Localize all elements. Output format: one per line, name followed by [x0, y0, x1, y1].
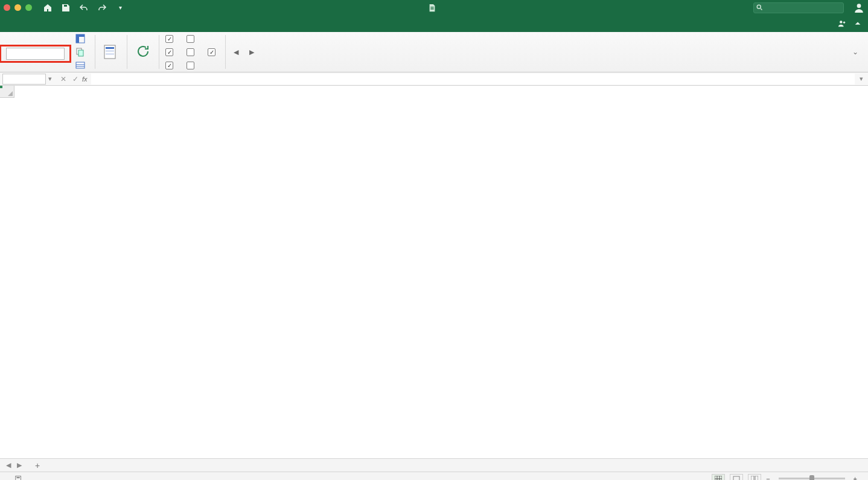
fx-label-icon[interactable]: fx [82, 75, 88, 83]
user-account-icon[interactable] [854, 2, 864, 13]
ribbon-tabs [0, 15, 868, 32]
zoom-out-button[interactable]: − [766, 475, 770, 481]
convert-range-icon [75, 60, 85, 70]
formula-bar-expand-icon[interactable]: ▾ [855, 75, 868, 83]
banded-columns-checkbox[interactable] [187, 62, 194, 69]
collapse-ribbon-icon[interactable] [854, 19, 862, 28]
excel-file-icon [428, 4, 436, 12]
share-user-icon [838, 19, 846, 28]
close-window-button[interactable] [4, 4, 10, 11]
page-break-view-button[interactable] [748, 474, 761, 481]
first-column-checkbox[interactable] [187, 35, 194, 43]
svg-rect-14 [106, 53, 114, 55]
convert-to-range-button[interactable] [75, 60, 89, 71]
pivottable-icon [75, 34, 85, 43]
search-sheet-input[interactable] [753, 2, 844, 13]
summarize-pivottable-button[interactable] [75, 33, 89, 44]
titlebar: ▾ [0, 0, 868, 15]
svg-rect-17 [715, 476, 722, 481]
refresh-button[interactable] [129, 40, 158, 63]
table-name-input[interactable] [6, 48, 65, 60]
header-row-checkbox[interactable] [165, 35, 173, 43]
add-sheet-button[interactable]: + [28, 461, 47, 470]
zoom-in-button[interactable]: + [854, 475, 857, 481]
select-all-corner[interactable] [0, 86, 14, 98]
formula-input[interactable] [91, 74, 855, 85]
sheet-nav-next[interactable]: ▶ [17, 461, 22, 469]
sheet-tab-bar: ◀ ▶ + [0, 458, 868, 472]
remove-duplicates-icon [75, 47, 85, 57]
maximize-window-button[interactable] [25, 4, 32, 11]
table-name-highlight [1, 46, 69, 61]
svg-rect-13 [106, 50, 114, 52]
svg-point-1 [857, 4, 861, 8]
ribbon-collapse-caret[interactable]: ⌄ [852, 48, 864, 56]
styles-next-button[interactable]: ▶ [249, 48, 255, 56]
normal-view-button[interactable] [712, 474, 725, 481]
svg-rect-23 [755, 476, 758, 481]
name-box[interactable] [2, 74, 46, 85]
macro-record-icon[interactable] [14, 474, 23, 481]
svg-rect-16 [17, 477, 20, 478]
slicer-icon [103, 43, 120, 60]
name-box-dropdown[interactable]: ▾ [46, 75, 54, 83]
total-row-checkbox[interactable] [165, 48, 173, 56]
table-styles-gallery: ◀ ▶ [233, 48, 255, 56]
redo-icon[interactable] [97, 3, 107, 13]
last-column-checkbox[interactable] [187, 48, 194, 56]
styles-prev-button[interactable]: ◀ [233, 48, 239, 56]
search-icon [756, 4, 763, 11]
svg-rect-22 [751, 476, 754, 481]
status-bar: − + [0, 472, 868, 480]
formula-bar: ▾ ✕ ✓ fx ▾ [0, 72, 868, 86]
minimize-window-button[interactable] [14, 4, 21, 11]
svg-rect-8 [76, 62, 85, 68]
ribbon-body: ◀ ▶ ⌄ [0, 32, 868, 72]
remove-duplicates-button[interactable] [75, 46, 89, 57]
page-layout-view-button[interactable] [730, 474, 743, 481]
cancel-formula-icon[interactable]: ✕ [60, 75, 66, 83]
insert-slicer-button[interactable] [97, 41, 126, 63]
document-title [428, 4, 440, 12]
filter-button-checkbox[interactable] [208, 48, 215, 56]
window-controls [4, 4, 32, 11]
svg-rect-21 [733, 476, 739, 481]
home-icon[interactable] [43, 3, 53, 13]
undo-icon[interactable] [79, 3, 89, 13]
enter-formula-icon[interactable]: ✓ [72, 75, 78, 83]
svg-point-2 [840, 21, 842, 23]
qat-dropdown-icon[interactable]: ▾ [115, 3, 125, 13]
svg-point-0 [757, 5, 761, 8]
zoom-slider[interactable] [779, 478, 845, 479]
svg-rect-7 [78, 50, 83, 56]
save-icon[interactable] [61, 3, 71, 13]
sheet-nav-prev[interactable]: ◀ [6, 461, 11, 469]
refresh-icon [135, 43, 152, 60]
svg-rect-5 [76, 34, 85, 37]
svg-rect-12 [106, 47, 114, 49]
banded-rows-checkbox[interactable] [165, 62, 173, 69]
quick-access-toolbar: ▾ [43, 3, 125, 13]
sheet-area [0, 86, 868, 458]
